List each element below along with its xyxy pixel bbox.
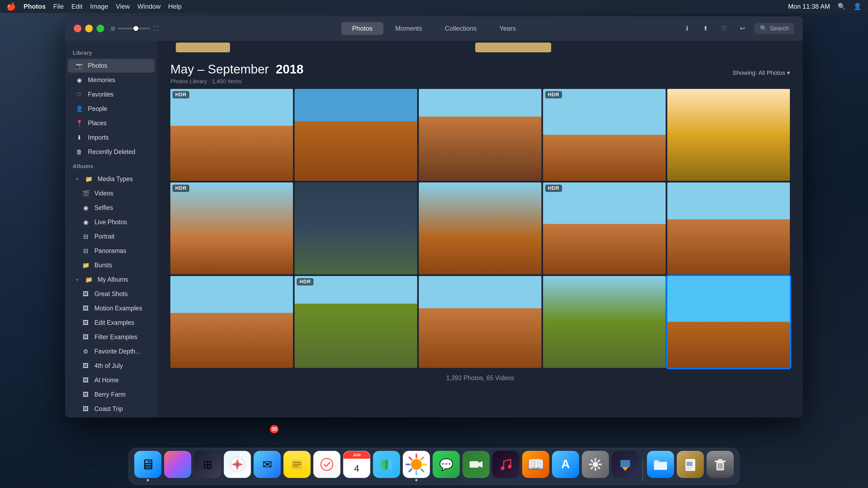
dock-item-folder[interactable] bbox=[647, 451, 674, 481]
sidebar-item-memories[interactable]: ◉ Memories bbox=[68, 73, 155, 87]
sidebar-item-emilys-bday[interactable]: 🖼 Emily's 10th Bir... bbox=[68, 416, 155, 418]
dock-item-safari[interactable] bbox=[224, 451, 251, 481]
dock-item-keynote[interactable] bbox=[612, 451, 639, 481]
rotate-button[interactable]: ↩ bbox=[736, 23, 749, 34]
sidebar-item-recently-deleted[interactable]: 🗑 Recently Deleted bbox=[68, 145, 155, 159]
photo-cell-5[interactable] bbox=[667, 89, 790, 181]
sidebar-item-photos[interactable]: 📷 Photos bbox=[68, 59, 155, 73]
svg-point-27 bbox=[593, 462, 598, 467]
sidebar-label-panoramas: Panoramas bbox=[94, 247, 126, 255]
dock-item-appstore[interactable]: A bbox=[552, 451, 579, 481]
dock-item-launchpad[interactable]: ⊞ bbox=[194, 451, 221, 481]
share-button[interactable]: ⬆ bbox=[699, 23, 712, 34]
menu-edit[interactable]: Edit bbox=[71, 3, 83, 10]
sidebar-item-motion-examples[interactable]: 🖼 Motion Examples bbox=[68, 301, 155, 315]
svg-marker-11 bbox=[385, 459, 388, 470]
dock-item-prefs[interactable] bbox=[582, 451, 609, 481]
menubar-user-icon[interactable]: 👤 bbox=[854, 3, 862, 10]
search-placeholder: Search bbox=[770, 25, 789, 32]
dock-item-mail[interactable]: ✉ 30 bbox=[254, 451, 281, 481]
dock-item-calendar[interactable]: JUN 4 bbox=[343, 451, 370, 481]
photo-cell-3[interactable] bbox=[419, 89, 541, 181]
photo-cell-13[interactable] bbox=[419, 276, 541, 368]
sidebar-item-portrait[interactable]: ⊟ Portrait bbox=[68, 230, 155, 243]
photo-cell-7[interactable] bbox=[294, 183, 417, 274]
photo-cell-6[interactable]: HDR bbox=[170, 183, 293, 274]
tab-moments[interactable]: Moments bbox=[384, 22, 433, 35]
dock-item-reminders[interactable] bbox=[313, 451, 340, 481]
dock-item-music[interactable] bbox=[492, 451, 520, 481]
dock-item-finder[interactable]: 🖥 bbox=[134, 451, 161, 481]
sidebar-item-favorites[interactable]: ♡ Favorites bbox=[68, 88, 155, 101]
sidebar-item-favorite-depth[interactable]: ⚙ Favorite Depth... bbox=[68, 345, 155, 358]
menu-file[interactable]: File bbox=[53, 3, 64, 10]
timeline-thumb-2[interactable] bbox=[475, 42, 551, 52]
fullscreen-icon[interactable]: ⛶ bbox=[153, 26, 159, 32]
photo-cell-12[interactable]: HDR bbox=[294, 276, 417, 368]
photo-cell-14[interactable] bbox=[543, 276, 665, 368]
tab-years[interactable]: Years bbox=[489, 22, 527, 35]
photo-cell-1[interactable]: HDR bbox=[170, 89, 293, 181]
dock-item-facetime[interactable] bbox=[463, 451, 490, 481]
sidebar-item-coast-trip[interactable]: 🖼 Coast Trip bbox=[68, 402, 155, 416]
photo-cell-8[interactable] bbox=[419, 183, 541, 274]
sidebar-item-great-shots[interactable]: 🖼 Great Shots bbox=[68, 287, 155, 301]
photo-cell-11[interactable] bbox=[170, 276, 293, 368]
photo-cell-2[interactable] bbox=[294, 89, 417, 181]
maximize-button[interactable] bbox=[97, 25, 104, 32]
sidebar-item-places[interactable]: 📍 Places bbox=[68, 116, 155, 130]
apple-menu[interactable]: 🍎 bbox=[6, 2, 16, 11]
close-button[interactable] bbox=[74, 25, 82, 32]
sidebar-item-at-home[interactable]: 🖼 At Home bbox=[68, 373, 155, 387]
svg-rect-17 bbox=[420, 468, 425, 473]
dock-item-photos[interactable] bbox=[403, 451, 430, 481]
sidebar-label-filter-examples: Filter Examples bbox=[94, 333, 137, 341]
photo-cell-4[interactable]: HDR bbox=[543, 89, 665, 181]
menu-help[interactable]: Help bbox=[168, 3, 182, 10]
photo-cell-10[interactable] bbox=[667, 183, 790, 274]
sidebar-item-videos[interactable]: 🎬 Videos bbox=[68, 187, 155, 200]
menubar-search-icon[interactable]: 🔍 bbox=[838, 3, 846, 10]
dock-item-notes[interactable] bbox=[283, 451, 311, 481]
sidebar-item-my-albums[interactable]: ▼ 📁 My Albums bbox=[68, 273, 155, 287]
photo-cell-9[interactable]: HDR bbox=[543, 183, 665, 274]
favorite-button[interactable]: ♡ bbox=[717, 23, 731, 34]
dock-item-siri[interactable] bbox=[164, 451, 191, 481]
dock-item-preview[interactable] bbox=[677, 451, 704, 481]
dock-item-messages[interactable]: 💬 bbox=[433, 451, 460, 481]
sidebar-item-4th-of-july[interactable]: 🖼 4th of July bbox=[68, 359, 155, 373]
sidebar-label-edit-examples: Edit Examples bbox=[94, 319, 134, 326]
siri-icon bbox=[164, 451, 191, 478]
sidebar-item-bursts[interactable]: 📁 Bursts bbox=[68, 258, 155, 272]
timeline-thumb-1[interactable] bbox=[176, 42, 230, 52]
sidebar-item-media-types[interactable]: ▼ 📁 Media Types bbox=[68, 172, 155, 186]
tab-photos[interactable]: Photos bbox=[341, 22, 383, 35]
minimize-button[interactable] bbox=[85, 25, 93, 32]
menu-app-name[interactable]: Photos bbox=[24, 3, 45, 10]
sidebar-item-edit-examples[interactable]: 🖼 Edit Examples bbox=[68, 316, 155, 330]
photo-grid-container[interactable]: HDR HDR HDR HDR bbox=[157, 89, 803, 418]
menu-image[interactable]: Image bbox=[90, 3, 108, 10]
sidebar-item-imports[interactable]: ⬇ Imports bbox=[68, 131, 155, 144]
showing-filter[interactable]: Showing: All Photos ▾ bbox=[733, 69, 790, 76]
sidebar-item-selfies[interactable]: ◉ Selfies bbox=[68, 201, 155, 215]
zoom-slider[interactable] bbox=[118, 28, 151, 29]
expand-icon: ▼ bbox=[75, 177, 79, 182]
dock-item-trash[interactable] bbox=[707, 451, 734, 481]
sidebar-item-live-photos[interactable]: ◉ Live Photos bbox=[68, 215, 155, 229]
info-button[interactable]: ℹ bbox=[681, 23, 693, 34]
tab-collections[interactable]: Collections bbox=[434, 22, 488, 35]
dock-item-maps[interactable] bbox=[373, 451, 400, 481]
menu-window[interactable]: Window bbox=[137, 3, 161, 10]
dock-item-books[interactable]: 📖 bbox=[522, 451, 549, 481]
svg-point-8 bbox=[321, 458, 333, 470]
sidebar-item-filter-examples[interactable]: 🖼 Filter Examples bbox=[68, 330, 155, 344]
photo-cell-15[interactable] bbox=[667, 276, 790, 368]
sidebar-item-berry-farm[interactable]: 🖼 Berry Farm bbox=[68, 388, 155, 401]
menu-view[interactable]: View bbox=[116, 3, 130, 10]
preview-icon bbox=[677, 451, 704, 478]
sidebar-item-panoramas[interactable]: ⊟ Panoramas bbox=[68, 244, 155, 258]
sidebar-item-people[interactable]: 👤 People bbox=[68, 102, 155, 116]
menubar-time: Mon 11:38 AM bbox=[788, 3, 830, 10]
search-field[interactable]: 🔍 Search bbox=[754, 23, 794, 34]
